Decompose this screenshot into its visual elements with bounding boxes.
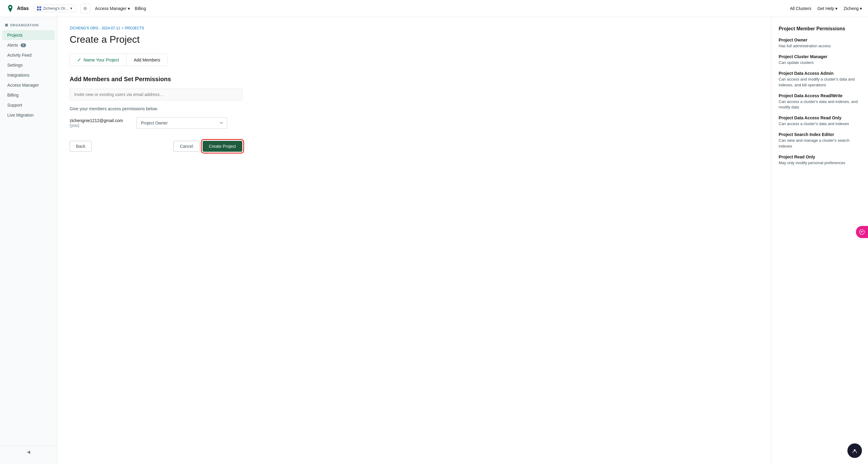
member-row: zichengnie1212@gmail.com (you) Project O…: [70, 117, 759, 129]
sidebar-item-support[interactable]: Support: [2, 100, 55, 110]
permission-read-only-desc: May only modify personal preferences: [779, 160, 861, 166]
grid-icon: ▦: [5, 23, 8, 27]
chat-widget-icon: [851, 447, 858, 454]
permission-data-ro-desc: Can access a cluster's data and indexes: [779, 121, 861, 127]
grid-icon: [37, 6, 41, 10]
sidebar-content: ▦ ORGANIZATION Projects Alerts 0 Activit…: [0, 23, 57, 120]
permission-owner-desc: Has full administration access: [779, 43, 861, 49]
gear-icon: ⚙: [83, 6, 87, 11]
breadcrumb-projects[interactable]: PROJECTS: [125, 26, 144, 30]
check-icon: ✓: [77, 57, 81, 63]
permission-search-editor-name: Project Search Index Editor: [779, 132, 861, 137]
permission-data-admin-desc: Can access and modify a cluster's data a…: [779, 76, 861, 88]
permission-data-admin: Project Data Access Admin Can access and…: [779, 71, 861, 88]
invite-email-input[interactable]: [70, 89, 242, 100]
chevron-down-icon: ▾: [70, 6, 72, 10]
all-clusters-link[interactable]: All Clusters: [790, 6, 811, 11]
permission-cluster-name: Project Cluster Manager: [779, 54, 861, 59]
svg-point-1: [860, 229, 864, 235]
main-layout: ▦ ORGANIZATION Projects Alerts 0 Activit…: [0, 17, 868, 464]
all-clusters-label: All Clusters: [790, 6, 811, 11]
step-add-members[interactable]: Add Members: [127, 54, 167, 66]
chevron-left-icon: ◀: [27, 450, 30, 454]
step-add-members-label: Add Members: [134, 58, 160, 62]
svg-point-0: [9, 6, 11, 8]
breadcrumb: ZICHENG'S ORG - 2024-07-11 > PROJECTS: [70, 26, 759, 30]
nav-left: Atlas Zicheng's Or... ▾ ⚙ Access Manager…: [6, 4, 146, 13]
main-content: ZICHENG'S ORG - 2024-07-11 > PROJECTS Cr…: [58, 17, 771, 464]
chevron-down-icon: ▾: [128, 6, 130, 11]
permission-search-editor: Project Search Index Editor Can view and…: [779, 132, 861, 149]
breadcrumb-separator: >: [121, 26, 124, 30]
access-manager-label: Access Manager: [95, 6, 127, 11]
get-help-label: Get Help: [817, 6, 834, 11]
sidebar-item-live-migration[interactable]: Live Migration: [2, 110, 55, 120]
permission-cluster-manager: Project Cluster Manager Can update clust…: [779, 54, 861, 65]
atlas-name: Atlas: [17, 6, 29, 11]
user-menu-link[interactable]: Zicheng ▾: [843, 6, 862, 11]
chevron-down-icon: ▾: [835, 6, 837, 11]
top-navigation: Atlas Zicheng's Or... ▾ ⚙ Access Manager…: [0, 0, 868, 17]
permission-data-rw-desc: Can access a cluster's data and indexes,…: [779, 99, 861, 110]
beta-badge[interactable]: [856, 226, 868, 238]
permission-cluster-desc: Can update clusters: [779, 60, 861, 65]
org-name: Zicheng's Or...: [43, 6, 68, 10]
form-actions: Back Cancel Create Project: [70, 138, 242, 152]
permission-data-admin-name: Project Data Access Admin: [779, 71, 861, 76]
settings-gear-button[interactable]: ⚙: [81, 4, 90, 13]
sidebar-item-integrations[interactable]: Integrations: [2, 70, 55, 80]
get-help-link[interactable]: Get Help ▾: [817, 6, 837, 11]
sidebar-item-alerts[interactable]: Alerts 0: [2, 40, 55, 50]
page-title: Create a Project: [70, 34, 759, 45]
permission-data-ro: Project Data Access Read Only Can access…: [779, 115, 861, 127]
sidebar-collapse-button[interactable]: ◀: [0, 445, 57, 458]
sidebar-item-activity-feed[interactable]: Activity Feed: [2, 50, 55, 60]
permission-owner: Project Owner Has full administration ac…: [779, 37, 861, 49]
permission-data-rw-name: Project Data Access Read/Write: [779, 93, 861, 98]
member-email: zichengnie1212@gmail.com (you): [70, 118, 130, 128]
right-panel: Project Member Permissions Project Owner…: [771, 17, 868, 464]
permission-search-editor-desc: Can view and manage a cluster's search i…: [779, 138, 861, 149]
permission-read-only-name: Project Read Only: [779, 154, 861, 159]
sidebar-item-billing[interactable]: Billing: [2, 90, 55, 100]
you-label: (you): [70, 123, 130, 128]
permissions-text: Give your members access permissions bel…: [70, 106, 759, 111]
sidebar: ▦ ORGANIZATION Projects Alerts 0 Activit…: [0, 17, 58, 464]
org-selector[interactable]: Zicheng's Or... ▾: [34, 4, 75, 12]
role-select[interactable]: Project Owner Project Cluster Manager Pr…: [136, 117, 227, 129]
right-actions: Cancel Create Project: [174, 141, 242, 152]
chevron-down-icon: ▾: [860, 6, 862, 11]
permission-data-rw: Project Data Access Read/Write Can acces…: [779, 93, 861, 110]
sidebar-item-projects[interactable]: Projects: [2, 30, 55, 40]
step-name-project[interactable]: ✓ Name Your Project: [70, 54, 127, 66]
atlas-logo-icon: [6, 4, 14, 13]
sidebar-item-settings[interactable]: Settings: [2, 60, 55, 70]
permission-owner-name: Project Owner: [779, 37, 861, 42]
nav-right: All Clusters Get Help ▾ Zicheng ▾: [790, 6, 862, 11]
chat-icon: [859, 229, 865, 235]
panel-title: Project Member Permissions: [779, 26, 861, 31]
section-title: Add Members and Set Permissions: [70, 76, 759, 83]
back-button[interactable]: Back: [70, 141, 92, 152]
billing-nav-link[interactable]: Billing: [135, 6, 146, 11]
sidebar-item-access-manager[interactable]: Access Manager: [2, 80, 55, 90]
sidebar-section-label: ▦ ORGANIZATION: [0, 23, 57, 30]
access-manager-nav-link[interactable]: Access Manager ▾: [95, 6, 130, 11]
user-label: Zicheng: [843, 6, 859, 11]
create-project-button[interactable]: Create Project: [203, 141, 242, 152]
step-name-label: Name Your Project: [84, 58, 119, 62]
email-address: zichengnie1212@gmail.com: [70, 118, 130, 123]
atlas-logo[interactable]: Atlas: [6, 4, 29, 13]
billing-label: Billing: [135, 6, 146, 11]
svg-point-2: [854, 449, 856, 451]
alerts-badge: 0: [21, 43, 26, 47]
chat-widget[interactable]: [847, 443, 862, 458]
steps-bar: ✓ Name Your Project Add Members: [70, 54, 168, 66]
permission-read-only: Project Read Only May only modify person…: [779, 154, 861, 166]
cancel-button[interactable]: Cancel: [174, 141, 199, 152]
permission-data-ro-name: Project Data Access Read Only: [779, 115, 861, 120]
breadcrumb-org[interactable]: ZICHENG'S ORG - 2024-07-11: [70, 26, 120, 30]
